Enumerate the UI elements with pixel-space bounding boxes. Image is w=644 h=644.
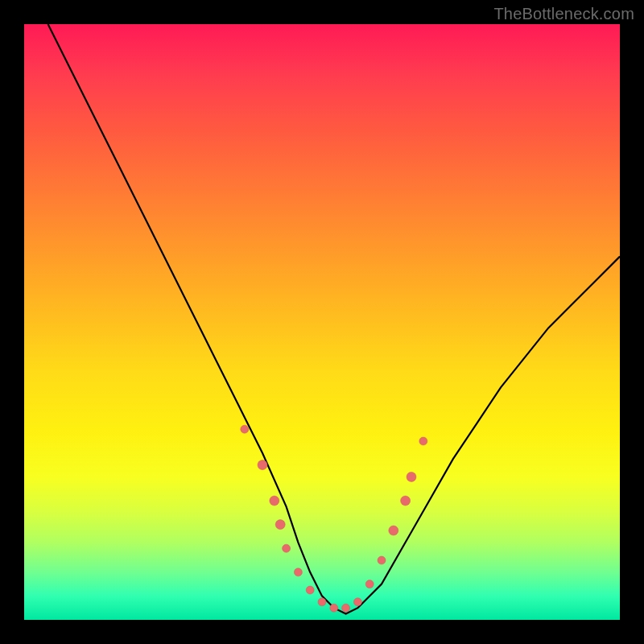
data-marker: [294, 568, 302, 576]
data-marker: [270, 496, 279, 506]
data-marker: [401, 496, 411, 506]
data-marker: [275, 520, 285, 530]
watermark-text: TheBottleneck.com: [493, 5, 634, 23]
plot-area: [24, 24, 620, 620]
bottleneck-curve: [48, 24, 620, 614]
data-marker: [419, 437, 427, 445]
data-marker: [342, 604, 350, 612]
data-markers: [241, 425, 427, 612]
data-marker: [258, 460, 267, 470]
data-marker: [353, 598, 361, 606]
data-marker: [241, 425, 249, 433]
chart-svg: [24, 24, 620, 620]
data-marker: [407, 472, 416, 481]
data-marker: [306, 586, 314, 594]
data-marker: [378, 556, 386, 564]
chart-frame: TheBottleneck.com: [0, 0, 644, 644]
data-marker: [318, 598, 326, 606]
data-marker: [283, 544, 291, 552]
data-marker: [365, 580, 374, 588]
data-marker: [330, 604, 338, 612]
data-marker: [389, 526, 398, 535]
